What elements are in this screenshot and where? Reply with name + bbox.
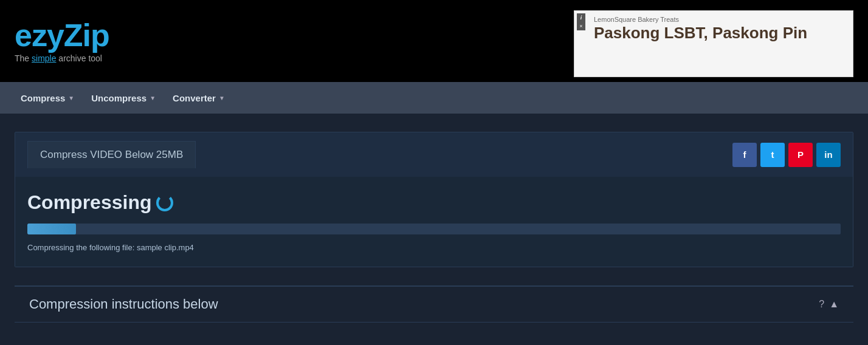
nav: Compress ▼ Uncompress ▼ Converter ▼ [0, 82, 868, 114]
progress-bar-fill [27, 224, 76, 234]
nav-converter[interactable]: Converter ▼ [164, 82, 233, 114]
progress-bar-container [27, 224, 841, 234]
instructions-controls[interactable]: ? ▲ [819, 299, 839, 310]
logo[interactable]: ezyZip [15, 19, 109, 51]
nav-uncompress-arrow: ▼ [150, 95, 156, 101]
compressing-title: Compressing [27, 191, 841, 214]
share-linkedin-button[interactable]: in [816, 143, 841, 167]
main-content: Compress VIDEO Below 25MB f t P in Compr… [0, 114, 868, 341]
divider-bottom [15, 322, 853, 323]
nav-converter-label: Converter [173, 93, 216, 103]
social-share-buttons: f t P in [732, 143, 841, 167]
ad-main-title: Paskong LSBT, Paskong Pin [594, 24, 847, 42]
logo-prefix: ezy [15, 18, 64, 53]
card-tab-title: Compress VIDEO Below 25MB [27, 141, 196, 168]
nav-compress-arrow: ▼ [68, 95, 74, 101]
ad-content: LemonSquare Bakery Treats Paskong LSBT, … [594, 16, 847, 42]
compress-card: Compress VIDEO Below 25MB f t P in Compr… [15, 132, 853, 267]
logo-highlight: Zip [64, 18, 109, 53]
instructions-title: Compression instructions below [29, 296, 218, 312]
ad-banner[interactable]: i × LemonSquare Bakery Treats Paskong LS… [574, 10, 853, 77]
nav-converter-arrow: ▼ [219, 95, 225, 101]
loading-spinner [156, 194, 173, 211]
share-facebook-button[interactable]: f [732, 143, 757, 167]
nav-uncompress[interactable]: Uncompress ▼ [83, 82, 164, 114]
ad-subtitle: LemonSquare Bakery Treats [594, 16, 847, 23]
ad-close-icon[interactable]: × [577, 22, 585, 30]
collapse-arrow-icon[interactable]: ▲ [829, 299, 839, 310]
logo-tagline: The simple archive tool [15, 53, 109, 63]
header: ezyZip The simple archive tool i × Lemon… [0, 0, 868, 82]
progress-status-text: Compressing the following file: sample c… [27, 243, 841, 252]
instructions-section: Compression instructions below ? ▲ [15, 286, 853, 322]
logo-area: ezyZip The simple archive tool [15, 19, 109, 63]
card-header: Compress VIDEO Below 25MB f t P in [15, 132, 853, 177]
nav-compress-label: Compress [21, 93, 65, 103]
share-pinterest-button[interactable]: P [788, 143, 813, 167]
question-mark-icon[interactable]: ? [819, 299, 824, 310]
nav-uncompress-label: Uncompress [91, 93, 146, 103]
ad-info-icon[interactable]: i [577, 13, 585, 22]
share-twitter-button[interactable]: t [760, 143, 785, 167]
card-body: Compressing Compressing the following fi… [15, 177, 853, 267]
nav-compress[interactable]: Compress ▼ [12, 82, 83, 114]
